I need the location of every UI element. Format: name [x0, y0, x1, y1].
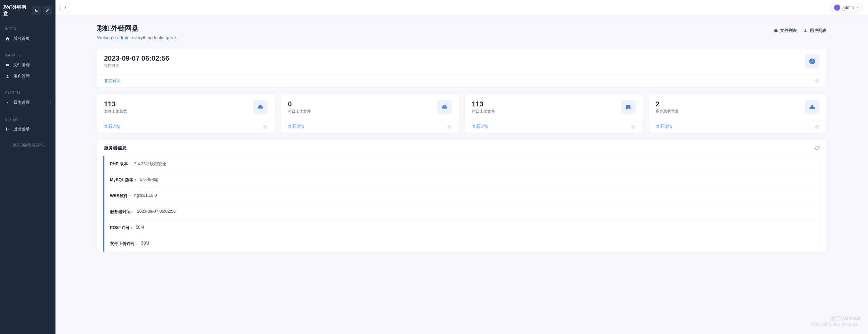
inbox-icon	[625, 104, 631, 110]
stat-card-footer[interactable]: 查看详情	[97, 120, 275, 133]
refresh-icon	[815, 146, 819, 150]
gear-icon	[5, 100, 10, 105]
menu-button[interactable]	[60, 3, 70, 12]
cloud-icon	[774, 28, 778, 33]
sidebar-section-title: OTHER	[0, 114, 55, 123]
svg-point-2	[65, 7, 66, 8]
server-key: 文件上传许可：	[110, 241, 139, 247]
avatar	[834, 5, 840, 11]
clock-icon	[809, 58, 816, 65]
content: 彩虹外链网盘 Welcome admin, everything looks g…	[55, 15, 868, 266]
time-card-footer[interactable]: 北京时间	[97, 74, 826, 87]
sidebar: 彩虹外链网盘 INDEX后台首页MANAGE文件管理用户管理SYSTEM系统设置…	[0, 0, 55, 266]
sidebar-section-title: MANAGE	[0, 50, 55, 59]
stat-icon-badge	[253, 100, 268, 114]
stat-card-footer[interactable]: 查看详情	[281, 120, 458, 133]
server-value: 50M	[141, 241, 149, 247]
server-card-title: 服务器信息	[104, 145, 127, 151]
sidebar-item-users[interactable]: 用户管理	[0, 71, 55, 82]
users-icon	[809, 104, 815, 110]
app-title: 彩虹外链网盘	[3, 4, 30, 17]
sidebar-item-label: 用户管理	[13, 73, 30, 79]
users-icon	[5, 74, 10, 79]
header-action-cloud[interactable]: 文件列表	[774, 28, 797, 34]
topbar: admin	[55, 0, 868, 15]
time-label: 实时时间	[104, 63, 169, 68]
logout-icon	[5, 127, 10, 132]
svg-point-7	[631, 125, 635, 129]
sidebar-section-title: SYSTEM	[0, 88, 55, 97]
user-menu[interactable]: admin	[830, 3, 863, 12]
moon-icon	[34, 8, 38, 12]
arrow-right-icon	[815, 79, 819, 84]
server-row: POST许可：50M	[104, 220, 820, 236]
stat-card-footer[interactable]: 查看详情	[649, 120, 826, 133]
pencil-icon	[45, 8, 50, 12]
home-icon	[5, 36, 10, 41]
user-name: admin	[842, 5, 854, 10]
arrow-right-icon	[447, 124, 452, 129]
theme-toggle-button[interactable]	[32, 6, 41, 15]
dots-vertical-icon	[63, 6, 67, 10]
chevron-down-icon	[856, 6, 859, 9]
main: admin 彩虹外链网盘 Welcome admin, everything l…	[55, 0, 868, 266]
refresh-button[interactable]	[815, 146, 819, 150]
page-subtitle: Welcome admin, everything looks great.	[97, 35, 177, 40]
server-value: 7.4.33非线程安全	[134, 161, 166, 167]
page-title: 彩虹外链网盘	[97, 24, 177, 33]
stat-label: 文件上传总数	[104, 109, 127, 114]
stat-value: 0	[288, 100, 311, 108]
users-icon	[803, 28, 808, 33]
edit-button[interactable]	[43, 6, 52, 15]
stat-card: 113文件上传总数查看详情	[97, 94, 275, 133]
header-actions: 文件列表用户列表	[774, 28, 826, 34]
sidebar-item-logout[interactable]: 退出登录	[0, 123, 55, 135]
server-row: 文件上传许可：50M	[104, 236, 820, 252]
page-header: 彩虹外链网盘 Welcome admin, everything looks g…	[97, 24, 826, 40]
sidebar-section-title: INDEX	[0, 24, 55, 33]
sidebar-more-text: - 更多功能敬请期待 -	[0, 138, 55, 152]
server-key: WEB软件：	[110, 193, 132, 199]
cloud-icon	[257, 104, 264, 110]
server-key: POST许可：	[110, 225, 134, 231]
arrow-right-icon	[631, 124, 636, 129]
time-value: 2023-09-07 06:02:56	[104, 54, 169, 62]
time-card: 2023-09-07 06:02:56 实时时间 北京时间	[97, 49, 826, 87]
stat-card: 0今日上传文件查看详情	[281, 94, 458, 133]
svg-point-1	[65, 6, 66, 7]
sidebar-item-home[interactable]: 后台首页	[0, 33, 55, 44]
stat-card: 2用户总共数量查看详情	[649, 94, 826, 133]
server-value: 5.6.49-log	[140, 177, 158, 183]
sidebar-item-label: 退出登录	[13, 126, 30, 132]
server-value: nginx/1.18.0	[134, 193, 157, 199]
stat-value: 113	[104, 100, 127, 108]
stat-label: 用户总共数量	[656, 109, 679, 114]
arrow-right-icon	[815, 124, 819, 129]
header-action-users[interactable]: 用户列表	[803, 28, 826, 34]
server-row: 服务器时间：2023-09-07 06:02:56	[104, 204, 820, 220]
stat-value: 113	[472, 100, 495, 108]
svg-point-8	[815, 125, 819, 129]
server-row: PHP 版本：7.4.33非线程安全	[104, 156, 820, 172]
stat-card: 113昨日上传文件查看详情	[465, 94, 643, 133]
stat-value: 2	[656, 100, 679, 108]
server-value: 2023-09-07 06:02:56	[137, 209, 175, 215]
svg-point-0	[7, 102, 8, 103]
sidebar-item-label: 系统设置	[13, 100, 30, 106]
stat-label: 昨日上传文件	[472, 109, 495, 114]
stat-icon-badge	[437, 100, 452, 114]
stat-card-footer[interactable]: 查看详情	[465, 120, 643, 133]
server-row: MySQL 版本：5.6.49-log	[104, 172, 820, 188]
sidebar-item-label: 文件管理	[13, 62, 30, 68]
sidebar-item-gear[interactable]: 系统设置›	[0, 97, 55, 108]
clock-badge	[805, 54, 819, 69]
stat-icon-badge	[805, 100, 819, 114]
server-row: WEB软件：nginx/1.18.0	[104, 188, 820, 204]
arrow-right-icon	[263, 124, 268, 129]
sidebar-item-folder[interactable]: 文件管理	[0, 59, 55, 71]
server-key: MySQL 版本：	[110, 177, 138, 183]
folder-icon	[5, 63, 10, 68]
welcome-user-link[interactable]: admin	[117, 35, 129, 40]
chevron-right-icon: ›	[50, 101, 51, 105]
svg-point-6	[447, 125, 452, 129]
